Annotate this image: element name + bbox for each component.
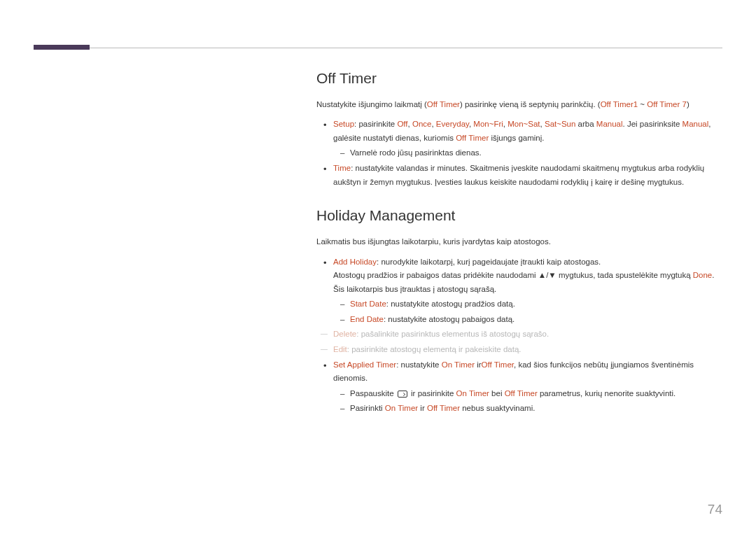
text: ir — [475, 360, 482, 369]
off-timer-label: Off Timer — [427, 404, 460, 412]
edit-label: Edit — [333, 345, 347, 353]
time-item: Time: nustatykite valandas ir minutes. S… — [333, 162, 722, 189]
on-timer-label: On Timer — [456, 389, 489, 398]
hl-text: Off Timer1 — [601, 100, 638, 108]
page-content: Off Timer Nustatykite išjungimo laikmatį… — [316, 70, 722, 417]
opt: Everyday — [436, 120, 469, 128]
on-timer-label: On Timer — [385, 404, 418, 412]
holiday-intro: Laikmatis bus išjungtas laikotarpiu, kur… — [316, 235, 722, 248]
start-date-label: Start Date — [350, 300, 386, 308]
text: ~ — [638, 100, 647, 108]
holiday-heading: Holiday Management — [316, 207, 722, 224]
text: nebus suaktyvinami. — [460, 404, 535, 412]
start-date-item: Start Date: nustatykite atostogų pradžio… — [350, 297, 722, 311]
text: : pašalinkite pasirinktus elementus iš a… — [356, 330, 549, 338]
text: : nustatykite atostogų pabaigos datą. — [384, 315, 514, 323]
set-applied-sublist: Paspauskite ir pasirinkite On Timer bei … — [333, 387, 722, 416]
text: : nustatykite atostogų pradžios datą. — [386, 300, 515, 308]
off-timer-label: Off Timer — [505, 389, 538, 398]
delete-label: Delete — [333, 330, 356, 338]
text: išjungs gaminį. — [489, 134, 544, 142]
opt: Manual — [596, 120, 623, 128]
text: ir — [418, 404, 427, 412]
text: Paspauskite — [350, 389, 396, 398]
opt: Mon~Sat — [507, 120, 540, 128]
text: ) pasirinkę vieną iš septynių parinkčių.… — [460, 100, 601, 108]
end-date-item: End Date: nustatykite atostogų pabaigos … — [350, 313, 722, 327]
faded-sublist: Delete: pašalinkite pasirinktus elementu… — [333, 328, 722, 356]
set-applied-label: Set Applied Timer — [333, 360, 396, 369]
select-button-icon — [398, 391, 407, 398]
text: : pasirinkite — [354, 120, 397, 128]
text: mygtukus, tada spustelėkite mygtuką — [556, 271, 693, 279]
header-divider — [34, 48, 722, 48]
setup-label: Setup — [333, 120, 354, 128]
time-label: Time — [333, 164, 351, 172]
text: parametrus, kurių nenorite suaktyvinti. — [538, 389, 676, 398]
off-timer-list: Setup: pasirinkite Off, Once, Everyday, … — [316, 118, 722, 189]
text: : pasirinkite atostogų elementą ir pakei… — [347, 345, 522, 353]
opt: Mon~Fri — [473, 120, 503, 128]
up-down-arrow-icon: ▲/▼ — [538, 269, 556, 283]
edit-item: Edit: pasirinkite atostogų elementą ir p… — [333, 343, 722, 357]
opt: Sat~Sun — [545, 120, 575, 128]
text: Nustatykite išjungimo laikmatį ( — [316, 100, 427, 108]
end-date-label: End Date — [350, 315, 384, 323]
setup-sublist: Varnelė rodo jūsų pasirinktas dienas. — [333, 146, 722, 160]
text: . — [712, 271, 714, 279]
delete-item: Delete: pašalinkite pasirinktus elementu… — [333, 328, 722, 342]
text: arba — [575, 120, 596, 128]
text: ) — [687, 100, 690, 108]
done-label: Done — [693, 271, 713, 279]
text: Atostogų pradžios ir pabaigos datas prid… — [333, 271, 538, 279]
opt: Manual — [682, 120, 709, 128]
off-timer-heading: Off Timer — [316, 70, 722, 87]
holiday-list: Add Holiday: nurodykite laikotarpį, kurį… — [316, 255, 722, 416]
text: : nustatykite — [396, 360, 442, 369]
opt: Off Timer — [456, 134, 489, 142]
text: Pasirinkti — [350, 404, 385, 412]
header-accent-bar — [34, 45, 90, 50]
text: : nurodykite laikotarpį, kurį pageidauja… — [377, 258, 601, 266]
hl-text: Off Timer 7 — [647, 100, 687, 108]
text: Šis laikotarpis bus įtrauktas į atostogų… — [333, 285, 496, 293]
on-timer-label: On Timer — [442, 360, 475, 369]
opt: Once — [412, 120, 432, 128]
selected-not-activated-item: Pasirinkti On Timer ir Off Timer nebus s… — [350, 402, 722, 416]
text: : nustatykite valandas ir minutes. Skait… — [333, 164, 704, 186]
off-timer-intro: Nustatykite išjungimo laikmatį (Off Time… — [316, 98, 722, 111]
opt: Off — [397, 120, 407, 128]
text: bei — [489, 389, 505, 398]
hl-text: Off Timer — [427, 100, 460, 108]
add-holiday-sublist: Start Date: nustatykite atostogų pradžio… — [333, 297, 722, 326]
add-holiday-item: Add Holiday: nurodykite laikotarpį, kurį… — [333, 255, 722, 357]
off-timer-label: Off Timer — [482, 360, 514, 369]
text: ir pasirinkite — [409, 389, 456, 398]
press-select-item: Paspauskite ir pasirinkite On Timer bei … — [350, 387, 722, 401]
text: . Jei pasirinksite — [623, 120, 682, 128]
setup-item: Setup: pasirinkite Off, Once, Everyday, … — [333, 118, 722, 160]
holiday-section: Holiday Management Laikmatis bus išjungt… — [316, 207, 722, 416]
page-number: 74 — [708, 502, 722, 517]
checkmark-note: Varnelė rodo jūsų pasirinktas dienas. — [350, 146, 722, 160]
set-applied-timer-item: Set Applied Timer: nustatykite On Timer … — [333, 358, 722, 416]
add-holiday-label: Add Holiday — [333, 258, 377, 266]
